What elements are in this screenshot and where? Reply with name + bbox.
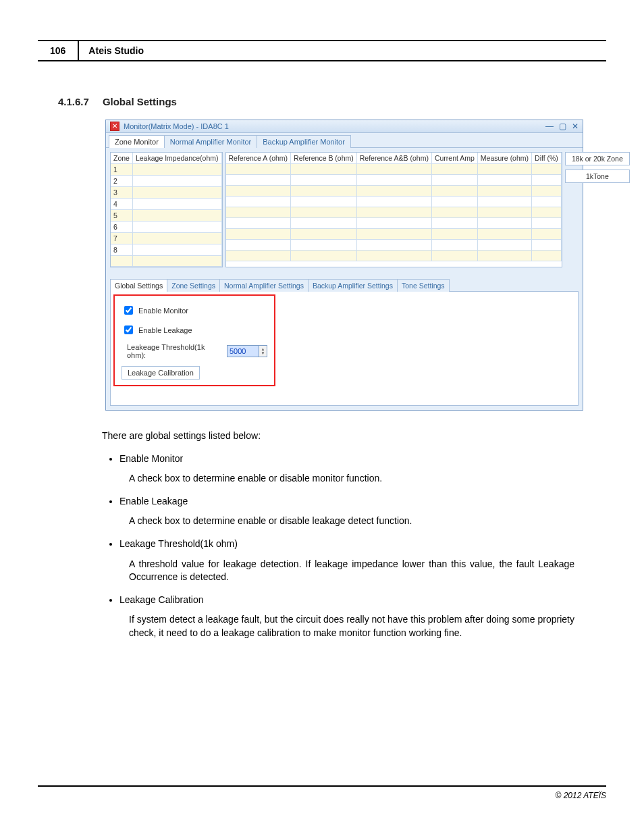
tab-normal-amp-monitor[interactable]: Normal Amplifier Monitor: [164, 135, 257, 148]
intro-text: There are global settings listed below:: [102, 429, 574, 443]
page-footer: © 2012 ATEÏS: [38, 785, 606, 800]
enable-leakage-label: Enable Leakage: [138, 326, 192, 334]
zone-cell: 6: [111, 221, 132, 233]
zone-cell: 4: [111, 199, 132, 210]
col-measure: Measure (ohm): [477, 153, 531, 164]
close-icon[interactable]: ✕: [572, 122, 579, 131]
minimize-icon[interactable]: —: [545, 122, 554, 131]
item-desc: A check box to determine enable or disab…: [129, 472, 574, 486]
item-desc: If system detect a leakage fault, but th…: [129, 613, 574, 640]
threshold-spinner[interactable]: ▲▼: [227, 345, 267, 357]
tab-tone-settings[interactable]: Tone Settings: [397, 279, 450, 292]
zone-cell: 2: [111, 176, 132, 187]
threshold-input[interactable]: [227, 346, 259, 357]
item-title: Enable Monitor: [119, 453, 183, 464]
app-icon: ✕: [110, 122, 119, 131]
section-title: Global Settings: [103, 96, 177, 107]
window-title: Monitor(Matrix Mode) - IDA8C 1: [124, 122, 229, 130]
list-item: Enable Leakage A check box to determine …: [119, 495, 574, 528]
monitor-window: ✕ Monitor(Matrix Mode) - IDA8C 1 — ▢ ✕ Z…: [105, 120, 583, 411]
section-heading: 4.1.6.7 Global Settings: [58, 96, 606, 107]
zone-cell: [111, 256, 132, 267]
spinner-arrows-icon[interactable]: ▲▼: [259, 346, 267, 357]
item-title: Leakage Threshold(1k ohm): [119, 538, 238, 549]
page-number: 106: [38, 41, 79, 60]
item-desc: A threshold value for leakage detection.…: [129, 558, 574, 584]
settings-panel: Enable Monitor Enable Leakage Leakeage T…: [110, 291, 579, 406]
zone-cell: 3: [111, 187, 132, 199]
zone-type-button[interactable]: 18k or 20k Zone: [565, 152, 630, 165]
tab-global-settings[interactable]: Global Settings: [110, 279, 167, 292]
maximize-icon[interactable]: ▢: [559, 122, 566, 131]
col-diff: Diff (%): [532, 153, 562, 164]
item-desc: A check box to determine enable or disab…: [129, 515, 574, 528]
col-ref-b: Reference B (ohm): [291, 153, 357, 164]
zone-table: Zone Leakage Impedance(ohm) 1 2 3 4 5 6 …: [110, 152, 223, 267]
top-tabs: Zone Monitor Normal Amplifier Monitor Ba…: [106, 133, 583, 148]
item-title: Enable Leakage: [119, 496, 188, 506]
reference-table: Reference A (ohm) Reference B (ohm) Refe…: [225, 152, 562, 267]
header-title: Ateis Studio: [79, 41, 153, 60]
tab-normal-amp-settings[interactable]: Normal Amplifier Settings: [219, 279, 308, 292]
zone-cell: 5: [111, 210, 132, 221]
enable-monitor-label: Enable Monitor: [138, 307, 188, 315]
tab-zone-monitor[interactable]: Zone Monitor: [109, 135, 165, 148]
zone-cell: 8: [111, 244, 132, 256]
col-ref-ab: Reference A&B (ohm): [356, 153, 431, 164]
titlebar: ✕ Monitor(Matrix Mode) - IDA8C 1 — ▢ ✕: [106, 120, 583, 133]
section-number: 4.1.6.7: [58, 96, 89, 107]
body-text: There are global settings listed below: …: [102, 429, 574, 640]
col-leakage-impedance: Leakage Impedance(ohm): [132, 153, 221, 164]
threshold-label: Leakeage Threshold(1k ohm):: [127, 343, 223, 359]
list-item: Enable Monitor A check box to determine …: [119, 452, 574, 486]
tab-zone-settings[interactable]: Zone Settings: [167, 279, 220, 292]
tab-backup-amp-monitor[interactable]: Backup Amplifier Monitor: [257, 135, 351, 148]
item-title: Leakage Calibration: [119, 594, 204, 605]
enable-leakage-checkbox[interactable]: [124, 325, 133, 334]
zone-cell: 7: [111, 233, 132, 244]
enable-monitor-checkbox[interactable]: [124, 306, 133, 315]
list-item: Leakage Threshold(1k ohm) A threshold va…: [119, 538, 574, 584]
leakage-calibration-button[interactable]: Leakage Calibration: [122, 366, 200, 380]
list-item: Leakage Calibration If system detect a l…: [119, 594, 574, 640]
col-zone: Zone: [111, 153, 132, 164]
page-header: 106 Ateis Studio: [38, 40, 606, 61]
col-current-amp: Current Amp: [431, 153, 477, 164]
tone-button[interactable]: 1kTone: [565, 170, 630, 183]
tab-backup-amp-settings[interactable]: Backup Amplifier Settings: [308, 279, 398, 292]
zone-cell: 1: [111, 164, 132, 176]
settings-tabs: Global Settings Zone Settings Normal Amp…: [110, 278, 579, 291]
highlight-box: Enable Monitor Enable Leakage Leakeage T…: [113, 294, 275, 386]
col-ref-a: Reference A (ohm): [226, 153, 291, 164]
